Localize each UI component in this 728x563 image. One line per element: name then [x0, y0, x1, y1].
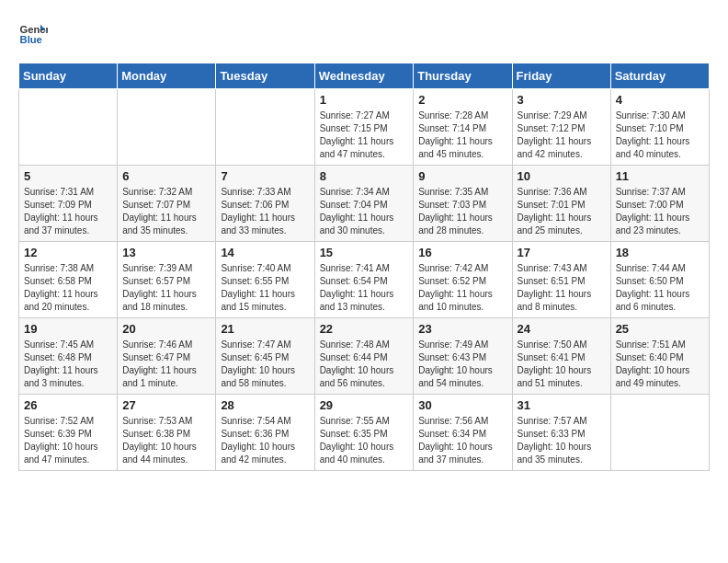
calendar-cell: 14Sunrise: 7:40 AM Sunset: 6:55 PM Dayli… — [216, 242, 314, 318]
calendar-cell — [610, 395, 709, 471]
day-number: 28 — [221, 398, 309, 412]
day-info: Sunrise: 7:52 AM Sunset: 6:39 PM Dayligh… — [24, 415, 112, 466]
calendar-cell: 19Sunrise: 7:45 AM Sunset: 6:48 PM Dayli… — [19, 318, 118, 395]
calendar-cell: 21Sunrise: 7:47 AM Sunset: 6:45 PM Dayli… — [216, 318, 314, 395]
calendar-cell: 23Sunrise: 7:49 AM Sunset: 6:43 PM Dayli… — [414, 318, 512, 395]
day-info: Sunrise: 7:46 AM Sunset: 6:47 PM Dayligh… — [122, 339, 210, 390]
calendar-table: SundayMondayTuesdayWednesdayThursdayFrid… — [18, 63, 710, 471]
calendar-cell: 22Sunrise: 7:48 AM Sunset: 6:44 PM Dayli… — [314, 318, 414, 395]
day-info: Sunrise: 7:51 AM Sunset: 6:40 PM Dayligh… — [616, 339, 704, 390]
day-number: 13 — [122, 246, 210, 259]
day-number: 18 — [616, 246, 704, 259]
calendar-cell: 30Sunrise: 7:56 AM Sunset: 6:34 PM Dayli… — [414, 395, 512, 471]
calendar-cell — [19, 89, 118, 166]
calendar-cell: 13Sunrise: 7:39 AM Sunset: 6:57 PM Dayli… — [118, 242, 216, 318]
day-number: 25 — [616, 322, 704, 336]
calendar-cell: 31Sunrise: 7:57 AM Sunset: 6:33 PM Dayli… — [512, 395, 610, 471]
calendar-cell: 24Sunrise: 7:50 AM Sunset: 6:41 PM Dayli… — [512, 318, 610, 395]
header: General Blue — [18, 18, 710, 48]
day-number: 11 — [616, 169, 704, 183]
day-number: 4 — [616, 93, 704, 107]
calendar-cell: 18Sunrise: 7:44 AM Sunset: 6:50 PM Dayli… — [610, 242, 709, 318]
calendar-cell: 26Sunrise: 7:52 AM Sunset: 6:39 PM Dayli… — [19, 395, 118, 471]
days-header-row: SundayMondayTuesdayWednesdayThursdayFrid… — [19, 63, 710, 89]
day-header-tuesday: Tuesday — [216, 63, 314, 89]
day-number: 21 — [221, 322, 309, 336]
day-number: 5 — [24, 169, 112, 183]
day-number: 2 — [418, 93, 506, 107]
day-number: 15 — [320, 246, 409, 259]
day-number: 20 — [122, 322, 210, 336]
calendar-cell: 11Sunrise: 7:37 AM Sunset: 7:00 PM Dayli… — [610, 166, 709, 242]
day-number: 30 — [418, 398, 506, 412]
day-info: Sunrise: 7:34 AM Sunset: 7:04 PM Dayligh… — [320, 186, 409, 237]
day-info: Sunrise: 7:53 AM Sunset: 6:38 PM Dayligh… — [122, 415, 210, 466]
day-number: 16 — [418, 246, 506, 259]
day-info: Sunrise: 7:44 AM Sunset: 6:50 PM Dayligh… — [616, 262, 704, 314]
calendar-cell: 4Sunrise: 7:30 AM Sunset: 7:10 PM Daylig… — [610, 89, 709, 166]
day-header-sunday: Sunday — [19, 63, 118, 89]
calendar-cell: 3Sunrise: 7:29 AM Sunset: 7:12 PM Daylig… — [512, 89, 610, 166]
day-info: Sunrise: 7:39 AM Sunset: 6:57 PM Dayligh… — [122, 262, 210, 314]
logo: General Blue — [18, 18, 51, 48]
calendar-cell: 28Sunrise: 7:54 AM Sunset: 6:36 PM Dayli… — [216, 395, 314, 471]
day-number: 6 — [122, 169, 210, 183]
calendar-cell: 25Sunrise: 7:51 AM Sunset: 6:40 PM Dayli… — [610, 318, 709, 395]
day-info: Sunrise: 7:35 AM Sunset: 7:03 PM Dayligh… — [418, 186, 506, 237]
day-info: Sunrise: 7:50 AM Sunset: 6:41 PM Dayligh… — [518, 339, 606, 390]
calendar-cell: 16Sunrise: 7:42 AM Sunset: 6:52 PM Dayli… — [414, 242, 512, 318]
day-number: 7 — [221, 169, 309, 183]
week-row-4: 26Sunrise: 7:52 AM Sunset: 6:39 PM Dayli… — [19, 395, 710, 471]
calendar-cell — [216, 89, 314, 166]
day-header-saturday: Saturday — [610, 63, 709, 89]
day-info: Sunrise: 7:48 AM Sunset: 6:44 PM Dayligh… — [320, 339, 409, 390]
day-info: Sunrise: 7:43 AM Sunset: 6:51 PM Dayligh… — [518, 262, 606, 314]
day-info: Sunrise: 7:37 AM Sunset: 7:00 PM Dayligh… — [616, 186, 704, 237]
calendar-cell: 8Sunrise: 7:34 AM Sunset: 7:04 PM Daylig… — [314, 166, 414, 242]
day-info: Sunrise: 7:54 AM Sunset: 6:36 PM Dayligh… — [221, 415, 309, 466]
day-number: 27 — [122, 398, 210, 412]
day-number: 8 — [320, 169, 409, 183]
day-number: 17 — [518, 246, 606, 259]
day-info: Sunrise: 7:28 AM Sunset: 7:14 PM Dayligh… — [418, 109, 506, 161]
week-row-0: 1Sunrise: 7:27 AM Sunset: 7:15 PM Daylig… — [19, 89, 710, 166]
day-header-wednesday: Wednesday — [314, 63, 414, 89]
calendar-cell — [118, 89, 216, 166]
day-header-thursday: Thursday — [414, 63, 512, 89]
calendar-cell: 27Sunrise: 7:53 AM Sunset: 6:38 PM Dayli… — [118, 395, 216, 471]
week-row-2: 12Sunrise: 7:38 AM Sunset: 6:58 PM Dayli… — [19, 242, 710, 318]
day-info: Sunrise: 7:31 AM Sunset: 7:09 PM Dayligh… — [24, 186, 112, 237]
day-number: 14 — [221, 246, 309, 259]
day-info: Sunrise: 7:55 AM Sunset: 6:35 PM Dayligh… — [320, 415, 409, 466]
day-number: 29 — [320, 398, 409, 412]
day-number: 9 — [418, 169, 506, 183]
calendar-cell: 17Sunrise: 7:43 AM Sunset: 6:51 PM Dayli… — [512, 242, 610, 318]
calendar-cell: 15Sunrise: 7:41 AM Sunset: 6:54 PM Dayli… — [314, 242, 414, 318]
day-number: 10 — [518, 169, 606, 183]
day-header-monday: Monday — [118, 63, 216, 89]
day-info: Sunrise: 7:36 AM Sunset: 7:01 PM Dayligh… — [518, 186, 606, 237]
day-number: 3 — [518, 93, 606, 107]
day-info: Sunrise: 7:32 AM Sunset: 7:07 PM Dayligh… — [122, 186, 210, 237]
day-number: 22 — [320, 322, 409, 336]
day-number: 26 — [24, 398, 112, 412]
day-info: Sunrise: 7:45 AM Sunset: 6:48 PM Dayligh… — [24, 339, 112, 390]
day-info: Sunrise: 7:27 AM Sunset: 7:15 PM Dayligh… — [320, 109, 409, 161]
day-number: 24 — [518, 322, 606, 336]
day-info: Sunrise: 7:56 AM Sunset: 6:34 PM Dayligh… — [418, 415, 506, 466]
day-info: Sunrise: 7:29 AM Sunset: 7:12 PM Dayligh… — [518, 109, 606, 161]
calendar-cell: 1Sunrise: 7:27 AM Sunset: 7:15 PM Daylig… — [314, 89, 414, 166]
day-number: 23 — [418, 322, 506, 336]
calendar-cell: 6Sunrise: 7:32 AM Sunset: 7:07 PM Daylig… — [118, 166, 216, 242]
week-row-3: 19Sunrise: 7:45 AM Sunset: 6:48 PM Dayli… — [19, 318, 710, 395]
day-info: Sunrise: 7:30 AM Sunset: 7:10 PM Dayligh… — [616, 109, 704, 161]
calendar-cell: 12Sunrise: 7:38 AM Sunset: 6:58 PM Dayli… — [19, 242, 118, 318]
day-info: Sunrise: 7:41 AM Sunset: 6:54 PM Dayligh… — [320, 262, 409, 314]
day-number: 1 — [320, 93, 409, 107]
calendar-cell: 2Sunrise: 7:28 AM Sunset: 7:14 PM Daylig… — [414, 89, 512, 166]
calendar-cell: 29Sunrise: 7:55 AM Sunset: 6:35 PM Dayli… — [314, 395, 414, 471]
calendar-cell: 5Sunrise: 7:31 AM Sunset: 7:09 PM Daylig… — [19, 166, 118, 242]
day-info: Sunrise: 7:33 AM Sunset: 7:06 PM Dayligh… — [221, 186, 309, 237]
calendar-cell: 9Sunrise: 7:35 AM Sunset: 7:03 PM Daylig… — [414, 166, 512, 242]
day-info: Sunrise: 7:57 AM Sunset: 6:33 PM Dayligh… — [518, 415, 606, 466]
